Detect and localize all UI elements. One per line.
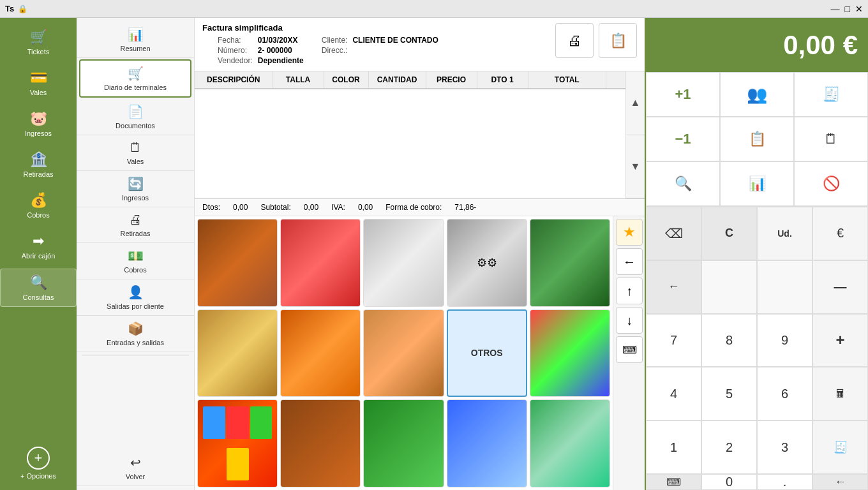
invoice-table: DESCRIPCIÓN TALLA COLOR CANTIDAD PRECIO … — [195, 71, 625, 198]
backspace-button[interactable]: ← — [812, 474, 868, 490]
key-5[interactable]: 5 — [701, 367, 757, 420]
product-cell-otros[interactable]: OTROS — [447, 309, 527, 397]
scroll-up-button[interactable]: ▲ — [626, 71, 645, 135]
key-9[interactable]: 9 — [757, 314, 812, 368]
keyboard-num-button[interactable]: ⌨ — [646, 474, 701, 490]
product-cell-11[interactable] — [197, 399, 278, 487]
delete-button[interactable]: ⌫ — [646, 207, 701, 260]
app-icon: Ts — [5, 4, 14, 13]
cliente-label: Cliente: — [319, 35, 350, 45]
entradas-label: Entradas y salidas — [107, 339, 164, 346]
euro-button[interactable]: € — [812, 207, 868, 260]
product-cell-4[interactable]: ⚙⚙ — [447, 219, 527, 307]
product-image-5 — [530, 219, 610, 306]
key-dot[interactable]: . — [757, 474, 812, 490]
sidebar-item-ingresos[interactable]: 🐷 Ingresos — [0, 105, 77, 142]
sidebar2-volver[interactable]: ↩ Volver — [77, 450, 194, 486]
retiradas2-icon: 🖨 — [129, 212, 142, 227]
keyboard-button[interactable]: ⌨ — [616, 336, 643, 363]
product-grid: ⚙⚙ OTROS — [195, 216, 613, 490]
numpad: ⌫ C Ud. € ← — 7 8 9 + 4 5 6 🖩 1 2 3 🧾 ⌨ — [646, 207, 868, 490]
key-8[interactable]: 8 — [701, 314, 757, 368]
sidebar2-entradas-salidas[interactable]: 📦 Entradas y salidas — [77, 316, 194, 352]
key-1[interactable]: 1 — [646, 420, 701, 474]
sidebar2-ingresos[interactable]: 🔄 Ingresos — [77, 171, 194, 207]
product-image-6 — [198, 310, 277, 397]
key-4[interactable]: 4 — [646, 367, 701, 420]
copy-button[interactable]: 📋 — [720, 117, 794, 161]
sidebar2-vales[interactable]: 🗒 Vales — [77, 135, 194, 171]
key-3[interactable]: 3 — [757, 420, 812, 474]
product-cell-3[interactable] — [363, 219, 444, 307]
vendedor-value: Dependiente — [255, 56, 306, 66]
up-arrow-button[interactable]: ↑ — [616, 278, 643, 304]
zoom-button[interactable]: 🔍 — [646, 161, 720, 206]
sidebar2-cobros[interactable]: 💵 Cobros — [77, 243, 194, 279]
back-arrow-button[interactable]: ← — [616, 248, 643, 275]
product-cell-8[interactable] — [363, 309, 444, 397]
product-cell-5[interactable] — [530, 219, 610, 307]
cancel-button[interactable]: 🚫 — [794, 161, 868, 206]
sidebar-item-abrir-cajon[interactable]: ➡ Abrir cajón — [0, 228, 77, 265]
back-button[interactable]: ← — [646, 260, 701, 314]
sidebar2-documentos[interactable]: 📄 Documentos — [77, 99, 194, 135]
client-button[interactable]: 👥 — [720, 72, 794, 117]
sidebar2-diario-terminales[interactable]: 🛒 Diario de terminales — [79, 59, 191, 98]
cliente-value: CLIENTE DE CONTADO — [350, 35, 440, 45]
col-precio: PRECIO — [426, 71, 477, 88]
col-dto1: DTO 1 — [477, 71, 528, 88]
key-0[interactable]: 0 — [701, 474, 757, 490]
receipt2-button[interactable]: 🗒 — [794, 117, 868, 161]
sidebar-item-cobros[interactable]: 💰 Cobros — [0, 187, 77, 224]
minimize-button[interactable]: — — [831, 4, 840, 14]
sidebar2-salidas-cliente[interactable]: 👤 Salidas por cliente — [77, 279, 194, 316]
product-cell-1[interactable] — [197, 219, 278, 307]
maximize-button[interactable]: □ — [845, 4, 850, 14]
product-cell-12[interactable] — [280, 399, 361, 487]
plus-button[interactable]: + — [812, 314, 868, 368]
sidebar-item-consultas[interactable]: 🔍 Consultas — [0, 269, 77, 307]
product-cell-10[interactable] — [530, 309, 610, 397]
ud-button[interactable]: Ud. — [757, 207, 812, 260]
sidebar-item-vales[interactable]: 💳 Vales — [0, 64, 77, 101]
product-cell-15[interactable] — [530, 399, 610, 487]
col-descripcion: DESCRIPCIÓN — [195, 71, 273, 88]
product-cell-2[interactable] — [280, 219, 361, 307]
cobro-label: Forma de cobro: — [385, 203, 442, 212]
titlebar-controls: — □ ✕ — [831, 4, 863, 14]
product-cell-7[interactable] — [280, 309, 361, 397]
table-button[interactable]: 📊 — [720, 161, 794, 206]
minus-button[interactable]: — — [812, 260, 868, 314]
sidebar2-resumen[interactable]: 📊 Resumen — [77, 22, 194, 58]
invoice-print-button[interactable]: 🖨 — [555, 23, 594, 58]
key-6[interactable]: 6 — [757, 367, 812, 420]
invoice-new-button[interactable]: 📋 — [599, 23, 637, 58]
clear-button[interactable]: C — [701, 207, 757, 260]
ticket-button[interactable]: 🧾 — [812, 420, 868, 474]
close-button[interactable]: ✕ — [855, 4, 863, 14]
sidebar-item-retiradas[interactable]: 🏦 Retiradas — [0, 146, 77, 183]
receipt1-button[interactable]: 🧾 — [794, 72, 868, 117]
total-display: 0,00 € — [646, 18, 868, 72]
calc-button[interactable]: 🖩 — [812, 367, 868, 420]
product-cell-14[interactable] — [447, 399, 527, 487]
sidebar2-retiradas[interactable]: 🖨 Retiradas — [77, 207, 194, 243]
product-image-15 — [530, 400, 610, 487]
product-cell-13[interactable] — [363, 399, 444, 487]
minus1-button[interactable]: −1 — [646, 117, 720, 161]
product-image-8 — [364, 310, 443, 397]
product-cell-6[interactable] — [197, 309, 278, 397]
key-7[interactable]: 7 — [646, 314, 701, 368]
sidebar-item-tickets[interactable]: 🛒 Tickets — [0, 24, 77, 61]
key-2[interactable]: 2 — [701, 420, 757, 474]
plus-options[interactable]: + + Opciones — [20, 444, 56, 480]
plus1-button[interactable]: +1 — [646, 72, 720, 117]
cobros-icon: 💰 — [30, 192, 47, 209]
invoice-details: Fecha: 01/03/20XX Cliente: CLIENTE DE CO… — [215, 35, 441, 66]
scroll-down-button[interactable]: ▼ — [626, 135, 645, 199]
vales2-label: Vales — [127, 158, 144, 165]
star-button[interactable]: ★ — [616, 219, 643, 246]
vales-label: Vales — [30, 89, 47, 96]
action-buttons-grid: +1 👥 🧾 −1 📋 🗒 🔍 📊 🚫 — [646, 72, 868, 207]
down-arrow-button[interactable]: ↓ — [616, 307, 643, 334]
